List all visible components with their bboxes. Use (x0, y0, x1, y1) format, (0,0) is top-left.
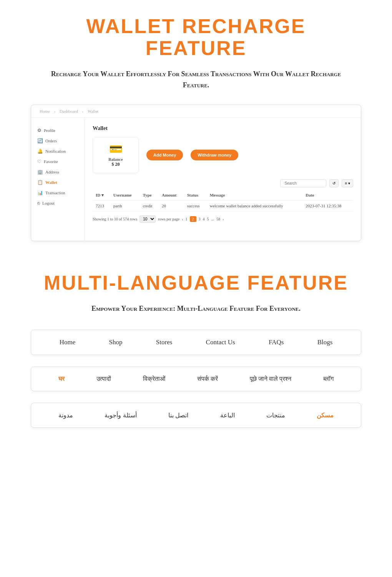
wallet-card-row: 💳 Balance $ 20 Add Money Withdraw money (93, 137, 353, 173)
nav-ar-stores[interactable]: الباعة (220, 412, 235, 419)
nav-en-blogs[interactable]: Blogs (317, 339, 333, 346)
cell-amount: 20 (159, 200, 184, 211)
nav-hi-home[interactable]: घर (58, 375, 65, 382)
nav-hi-products[interactable]: उत्पादों (96, 375, 111, 382)
wallet-subtitle: Recharge Your Wallet Effortlessly For Se… (38, 68, 354, 91)
favorite-icon: ♡ (37, 159, 42, 165)
cell-id: 7213 (93, 200, 110, 211)
nav-en-shop[interactable]: Shop (109, 339, 123, 346)
transactions-table: ID ▾ Username Type Amount Status Message… (93, 190, 353, 212)
dashboard-main: Wallet 💳 Balance $ 20 Add Money Withdraw… (85, 118, 361, 241)
multilang-title: Multi-Language Feature (23, 272, 369, 294)
sidebar: ⚙ Profile 🔄 Orders 🔔 Notification ♡ Favo… (31, 118, 85, 241)
page-4[interactable]: 4 (203, 217, 205, 221)
wallet-icon: 📋 (37, 180, 43, 185)
notification-icon: 🔔 (37, 148, 43, 154)
balance-amount: $ 20 (112, 162, 120, 167)
col-date: Date (302, 190, 353, 200)
rows-label: rows per page (158, 217, 179, 221)
sidebar-item-profile[interactable]: ⚙ Profile (31, 125, 85, 136)
pagination: Showing 1 to 10 of 574 rows 10 25 50 row… (93, 215, 353, 223)
wallet-balance-card: 💳 Balance $ 20 (93, 137, 139, 173)
nav-ar-faqs[interactable]: أسئلة وأجوبة (105, 412, 136, 419)
logout-icon: ⎋ (37, 200, 40, 206)
english-nav: Home Shop Stores Contact Us FAQs Blogs (31, 330, 361, 355)
search-input[interactable] (280, 179, 326, 187)
wallet-section: Wallet Recharge Feature Recharge Your Wa… (0, 0, 392, 253)
showing-text: Showing 1 to 10 of 574 rows (93, 217, 137, 221)
page-2[interactable]: 2 (190, 216, 196, 222)
orders-icon: 🔄 (37, 138, 43, 144)
sidebar-item-address[interactable]: 🏢 Address (31, 167, 85, 177)
sidebar-item-transaction[interactable]: 📊 Transaction (31, 188, 85, 198)
page-prev[interactable]: ‹ (182, 217, 183, 221)
col-id: ID ▾ (93, 190, 110, 200)
nav-hi-contact[interactable]: संपर्क करें (197, 375, 218, 382)
wallet-main-title: Wallet (93, 125, 353, 132)
col-amount: Amount (159, 190, 184, 200)
nav-en-home[interactable]: Home (60, 339, 76, 346)
multilang-section: Multi-Language Feature Empower Your Expe… (0, 253, 392, 447)
cell-status: success (184, 200, 207, 211)
cell-username: parth (110, 200, 140, 211)
dashboard-body: ⚙ Profile 🔄 Orders 🔔 Notification ♡ Favo… (31, 118, 361, 241)
cell-type: credit (140, 200, 158, 211)
breadcrumb: Home › Dashboard › Wallet (31, 105, 361, 118)
wallet-title: Wallet Recharge Feature (23, 15, 369, 59)
col-type: Type (140, 190, 158, 200)
page-1[interactable]: 1 (186, 217, 188, 221)
nav-ar-home[interactable]: مسكن (317, 412, 334, 419)
sidebar-item-favorite[interactable]: ♡ Favorite (31, 157, 85, 167)
cell-message: welcome wallet balance added successfull… (207, 200, 303, 211)
nav-en-faqs[interactable]: FAQs (269, 339, 284, 346)
nav-ar-blogs[interactable]: مدونة (58, 412, 73, 419)
balance-label: Balance (108, 157, 123, 162)
nav-ar-products[interactable]: منتجات (266, 412, 285, 419)
page-58[interactable]: 58 (216, 217, 220, 221)
page-3[interactable]: 3 (199, 217, 201, 221)
add-money-button[interactable]: Add Money (146, 150, 183, 160)
col-message: Message (207, 190, 303, 200)
address-icon: 🏢 (37, 169, 43, 175)
nav-en-stores[interactable]: Stores (156, 339, 173, 346)
col-status: Status (184, 190, 207, 200)
table-row: 7213 parth credit 20 success welcome wal… (93, 200, 353, 211)
table-controls: ↺ ≡ ▾ (93, 179, 353, 187)
nav-hi-stores[interactable]: विक्रेताओं (143, 375, 165, 382)
hindi-nav: घर उत्पादों विक्रेताओं संपर्क करें पूछे … (31, 367, 361, 391)
cell-date: 2023-07-31 12:35:38 (302, 200, 353, 211)
transaction-icon: 📊 (37, 190, 43, 196)
sidebar-item-logout[interactable]: ⎋ Logout (31, 198, 85, 208)
wallet-emoji: 💳 (109, 143, 123, 155)
nav-en-contact[interactable]: Contact Us (206, 339, 235, 346)
rows-per-page-select[interactable]: 10 25 50 (140, 215, 156, 223)
dashboard-frame: Home › Dashboard › Wallet ⚙ Profile 🔄 Or… (31, 105, 361, 241)
profile-icon: ⚙ (37, 128, 42, 133)
nav-ar-contact[interactable]: اتصل بنا (168, 412, 188, 419)
sidebar-item-notification[interactable]: 🔔 Notification (31, 146, 85, 157)
withdraw-button[interactable]: Withdraw money (191, 150, 238, 160)
page-ellipsis: ... (211, 217, 214, 221)
page-5[interactable]: 5 (207, 217, 209, 221)
page-next[interactable]: › (223, 217, 224, 221)
nav-hi-faqs[interactable]: पूछे जाने वाले प्रश्न (250, 375, 291, 382)
sidebar-item-wallet[interactable]: 📋 Wallet (31, 177, 85, 188)
multilang-subtitle: Empower Your Experience: Multi-Language … (38, 303, 354, 314)
nav-hi-blogs[interactable]: ब्लॉग (323, 375, 334, 382)
sidebar-item-orders[interactable]: 🔄 Orders (31, 136, 85, 146)
columns-button[interactable]: ≡ ▾ (342, 179, 353, 187)
col-username: Username (110, 190, 140, 200)
refresh-button[interactable]: ↺ (329, 179, 339, 187)
arabic-nav: مسكن منتجات الباعة اتصل بنا أسئلة وأجوبة… (31, 403, 361, 428)
